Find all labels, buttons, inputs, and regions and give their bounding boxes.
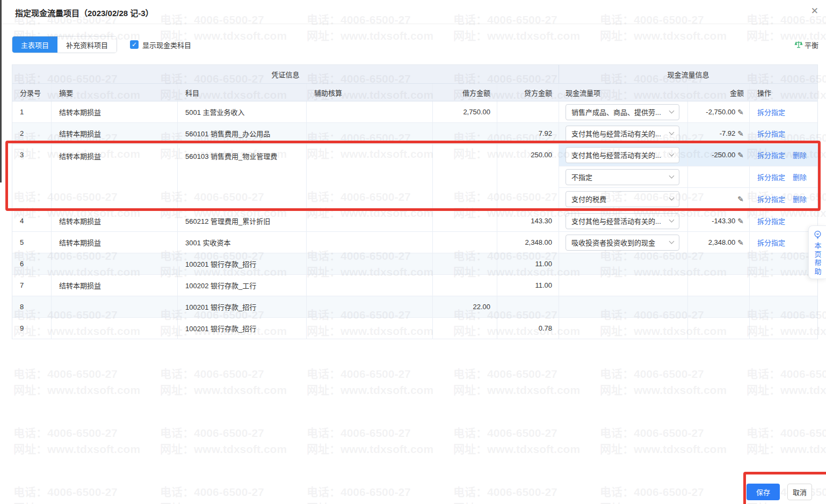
cell-operation: 拆分指定 (750, 101, 817, 122)
flow-item-select[interactable]: 支付其他与经营活动有关的... (566, 126, 679, 142)
table-row: 7 结转本期损益 100202 银行存款_工行 11.00 (12, 275, 817, 296)
flow-item-select[interactable]: 吸收投资者投资收到的现金 (566, 235, 679, 251)
balance-button[interactable]: 平衡 (794, 40, 818, 50)
flow-item-select[interactable]: 支付的税费 (566, 191, 679, 207)
cell-flow-item: 支付其他与经营活动有关的... (559, 144, 688, 166)
edit-pencil-icon[interactable]: ✎ (737, 108, 744, 116)
save-button[interactable]: 保存 (747, 484, 780, 500)
flow-item-value: 销售产成品、商品、提供劳... (571, 107, 666, 117)
cell-operation (750, 253, 817, 274)
table-row: 2 结转本期损益 560101 销售费用_办公用品 7.92 支付其他与经营活动… (12, 123, 817, 144)
cell-operation (750, 318, 817, 339)
cell-flow-item: 支付的税费 (559, 188, 688, 210)
cell-no: 4 (12, 210, 52, 231)
cell-operation (750, 296, 817, 317)
edit-pencil-icon[interactable]: ✎ (737, 217, 744, 225)
cell-summary: 结转本期损益 (52, 275, 178, 296)
checkbox-label: 显示现金类科目 (142, 40, 191, 50)
col-subject: 科目 (178, 84, 307, 101)
cell-operation: 拆分指定 删除 (750, 166, 817, 188)
col-summary: 摘要 (52, 84, 178, 101)
cell-subject: 560212 管理费用_累计折旧 (178, 210, 307, 231)
cell-flow-item: 吸收投资者投资收到的现金 (559, 232, 688, 253)
split-assign-link[interactable]: 拆分指定 (757, 150, 785, 160)
cell-operation: 拆分指定 (750, 123, 817, 144)
toolbar: 主表项目 补充资料项目 ✓ 显示现金类科目 平衡 (12, 35, 818, 54)
checkbox-checked-icon[interactable]: ✓ (130, 40, 139, 49)
cell-amount (688, 166, 750, 188)
cell-no: 6 (12, 253, 52, 274)
cell-aux (307, 232, 433, 253)
cell-credit (497, 296, 559, 317)
edit-pencil-icon[interactable]: ✎ (737, 195, 744, 203)
close-icon[interactable]: ✕ (811, 6, 818, 16)
col-no: 分录号 (12, 84, 52, 101)
split-assign-link[interactable]: 拆分指定 (757, 172, 785, 182)
cell-flow-item (559, 275, 688, 296)
cell-debit (433, 210, 497, 231)
entries-table: 凭证信息 现金流量信息 分录号 摘要 科目 辅助核算 借方金额 贷方金额 现金流… (12, 64, 818, 339)
chevron-down-icon (669, 108, 675, 114)
split-assign-link[interactable]: 拆分指定 (757, 194, 785, 204)
cell-credit: 143.30 (497, 210, 559, 231)
cell-amount (688, 275, 750, 296)
cell-summary: 结转本期损益 (52, 101, 178, 122)
cell-summary: 结转本期损益 (52, 144, 178, 210)
table-row-merged: 3 结转本期损益 560103 销售费用_物业管理费 250.00 支付其他与经… (12, 144, 817, 210)
col-credit: 贷方金额 (497, 84, 559, 101)
cell-summary: 结转本期损益 (52, 232, 178, 253)
left-edge-strip (0, 0, 2, 182)
cell-debit (433, 253, 497, 274)
amount-value: -250.00 (712, 151, 735, 159)
cell-aux (307, 144, 433, 210)
split-assign-link[interactable]: 拆分指定 (757, 216, 785, 226)
cell-aux (307, 275, 433, 296)
edit-pencil-icon[interactable]: ✎ (737, 129, 744, 138)
flow-item-select[interactable]: 销售产成品、商品、提供劳... (566, 104, 679, 120)
flow-item-select[interactable]: 不指定 (566, 169, 679, 185)
flow-item-select[interactable]: 支付其他与经营活动有关的... (566, 213, 679, 229)
delete-link[interactable]: 删除 (793, 194, 807, 204)
edit-pencil-icon[interactable]: ✎ (737, 151, 744, 159)
balance-label: 平衡 (805, 40, 818, 50)
cell-amount: -143.30 ✎ (688, 210, 750, 231)
edit-pencil-icon[interactable]: ✎ (737, 238, 744, 247)
chevron-down-icon (669, 130, 675, 135)
delete-link[interactable]: 删除 (793, 172, 807, 182)
page-title: 指定现金流量项目（2023/02/28 记-3） (15, 7, 154, 18)
page-help-button[interactable]: 本页帮助 (808, 225, 826, 279)
cell-subject: 560103 销售费用_物业管理费 (178, 144, 307, 210)
amount-value: -143.30 (712, 217, 735, 225)
split-assign-link[interactable]: 拆分指定 (757, 237, 785, 247)
cell-credit: 11.00 (497, 253, 559, 274)
chevron-down-icon (669, 173, 675, 179)
cell-flow-item: 支付其他与经营活动有关的... (559, 123, 688, 144)
show-cash-subjects-checkbox[interactable]: ✓ 显示现金类科目 (130, 40, 191, 50)
cell-summary: 结转本期损益 (52, 210, 178, 231)
cell-credit: 11.00 (497, 275, 559, 296)
cell-aux (307, 123, 433, 144)
cell-subject: 560101 销售费用_办公用品 (178, 123, 307, 144)
tab-supplement-items[interactable]: 补充资料项目 (57, 36, 117, 53)
cell-subject: 100201 银行存款_招行 (178, 318, 307, 339)
split-assign-link[interactable]: 拆分指定 (757, 128, 785, 138)
col-debit: 借方金额 (433, 84, 497, 101)
dialog: 电话：4006-6500-27网址：www.tdxsoft.com电话：4006… (0, 0, 826, 504)
cell-debit: 22.00 (433, 296, 497, 317)
cancel-button[interactable]: 取消 (787, 484, 812, 500)
cell-no: 9 (12, 318, 52, 339)
cell-amount: -2,750.00 ✎ (688, 101, 750, 122)
table-column-header: 分录号 摘要 科目 辅助核算 借方金额 贷方金额 现金流量项 金额 操作 (12, 84, 817, 101)
flow-item-select[interactable]: 支付其他与经营活动有关的... (566, 147, 679, 163)
flow-item-value: 不指定 (571, 172, 666, 182)
cell-flow-item: 销售产成品、商品、提供劳... (559, 101, 688, 122)
cell-flow-item (559, 318, 688, 339)
cell-flow-item (559, 253, 688, 274)
split-assign-link[interactable]: 拆分指定 (757, 107, 785, 117)
tab-main-items[interactable]: 主表项目 (12, 36, 57, 53)
balance-scale-icon (794, 40, 803, 49)
delete-link[interactable]: 删除 (793, 150, 807, 160)
cell-operation: 拆分指定 (750, 210, 817, 231)
flow-subrow: 支付的税费 ✎ 拆分指定 删除 (559, 188, 817, 210)
cell-amount: ✎ (688, 188, 750, 210)
